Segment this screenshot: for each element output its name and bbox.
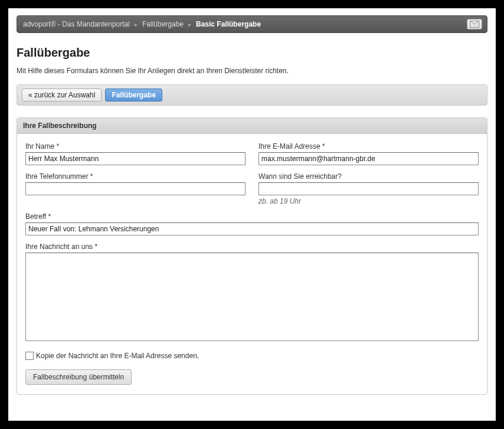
copy-checkbox-row[interactable]: Kopie der Nachricht an Ihre E-Mail Adres… [25,352,479,360]
mail-icon-button[interactable] [467,19,482,30]
phone-label: Ihre Telefonnummer * [25,172,246,181]
phone-input[interactable] [25,182,246,195]
message-label: Ihre Nachricht an uns * [25,243,479,251]
breadcrumb-item-falluebergabe[interactable]: Fallübergabe [142,20,184,28]
tab-falluebergabe[interactable]: Fallübergabe [105,89,162,101]
chevron-right-icon: ▸ [135,21,138,28]
page-description: Mit Hilfe dieses Formulars können Sie Ih… [17,67,487,75]
copy-checkbox-label: Kopie der Nachricht an Ihre E-Mail Adres… [36,352,199,360]
page-title: Fallübergabe [17,46,487,60]
email-label: Ihre E-Mail Adresse * [258,142,479,150]
reach-input[interactable] [258,182,479,195]
email-input[interactable] [258,152,479,165]
back-button[interactable]: « zurück zur Auswahl [22,89,102,101]
submit-button[interactable]: Fallbeschreibung übermitteln [25,369,132,385]
message-textarea[interactable] [25,253,479,341]
top-bar: advoport® - Das Mandantenportal ▸ Fallüb… [17,15,487,33]
breadcrumb-item-current: Basic Fallübergabe [196,20,261,28]
envelope-icon [470,21,479,28]
tab-bar: « zurück zur Auswahl Fallübergabe [17,84,487,106]
name-label: Ihr Name * [25,142,246,150]
subject-input[interactable] [25,222,479,235]
form-panel-body: Ihr Name * Ihre E-Mail Adresse * Ihre Te… [17,134,487,394]
name-input[interactable] [25,152,246,165]
subject-label: Betreff * [25,212,479,221]
copy-checkbox[interactable] [25,352,34,360]
reach-hint: zb. ab 19 Uhr [258,197,479,205]
page-container: advoport® - Das Mandantenportal ▸ Fallüb… [8,8,496,421]
reach-label: Wann sind Sie erreichbar? [258,172,479,181]
form-panel-header: Ihre Fallbeschreibung [17,118,487,134]
breadcrumb-item-portal[interactable]: advoport® - Das Mandantenportal [23,20,130,28]
breadcrumb: advoport® - Das Mandantenportal ▸ Fallüb… [23,20,261,28]
chevron-right-icon: ▸ [188,21,191,28]
form-panel: Ihre Fallbeschreibung Ihr Name * Ihre E-… [17,117,487,395]
